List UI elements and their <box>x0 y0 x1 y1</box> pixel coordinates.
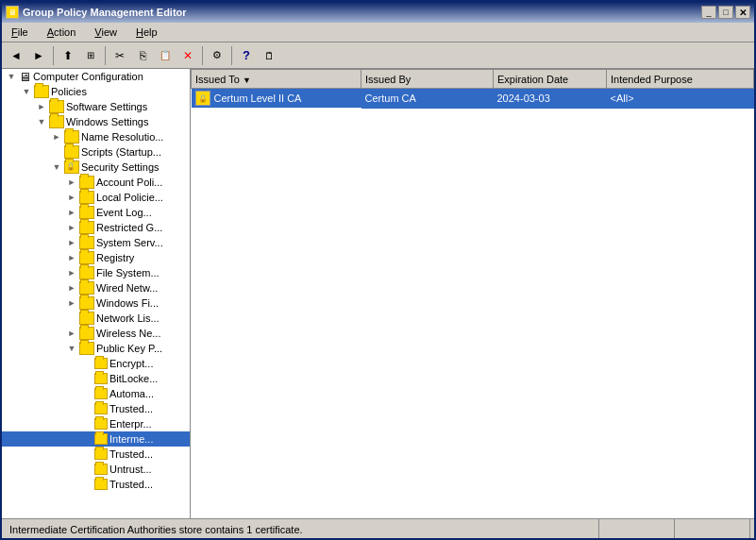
tree-item-untrust[interactable]: Untrust... <box>2 462 190 477</box>
folder-icon-public-key <box>79 342 94 355</box>
tree-item-computer-config[interactable]: ▼ 🖥 Computer Configuration <box>2 69 190 84</box>
expander-file-system[interactable]: ► <box>64 265 79 280</box>
table-row[interactable]: 🔒 Certum Level II CA Certum CA 2024-03-0… <box>192 89 754 110</box>
show-button[interactable]: ⊞ <box>80 45 101 66</box>
menu-action[interactable]: Action <box>42 25 82 40</box>
col-issued-to[interactable]: Issued To <box>192 70 361 89</box>
up-button[interactable]: ⬆ <box>58 45 78 66</box>
tree-item-bitlocker[interactable]: BitLocke... <box>2 371 190 386</box>
expander-local-policies[interactable]: ► <box>64 190 79 205</box>
tree-item-local-policies[interactable]: ► Local Policie... <box>2 190 190 205</box>
minimize-button[interactable]: _ <box>701 6 716 19</box>
menu-view[interactable]: View <box>89 25 123 40</box>
tree-item-software-settings[interactable]: ► Software Settings <box>2 99 190 114</box>
tree-item-windows-settings[interactable]: ▼ Windows Settings <box>2 114 190 129</box>
delete-button[interactable]: ✕ <box>177 45 198 66</box>
title-bar: 🖥 Group Policy Management Editor _ □ ✕ <box>2 2 754 23</box>
tree-item-event-log[interactable]: ► Event Log... <box>2 205 190 220</box>
expander-security-settings[interactable]: ▼ <box>49 160 64 175</box>
title-bar-left: 🖥 Group Policy Management Editor <box>6 6 187 19</box>
folder-icon-security-settings: 🔒 <box>64 160 79 174</box>
tree-item-wired-network[interactable]: ► Wired Netw... <box>2 280 190 295</box>
folder-icon-trusted1 <box>94 403 108 414</box>
tree-item-security-settings[interactable]: ▼ 🔒 Security Settings <box>2 160 190 175</box>
expander-event-log[interactable]: ► <box>64 205 79 220</box>
expander-public-key[interactable]: ▼ <box>64 341 79 356</box>
label-policies: Policies <box>51 86 87 97</box>
tree-item-trusted3[interactable]: Trusted... <box>2 477 190 492</box>
label-event-log: Event Log... <box>96 207 152 218</box>
folder-icon-account-policies <box>79 176 94 189</box>
expander-software-settings[interactable]: ► <box>34 99 49 114</box>
toolbar-sep-4 <box>231 46 232 65</box>
main-content: ▼ 🖥 Computer Configuration ▼ Policies ► … <box>2 69 754 518</box>
expander-policies[interactable]: ▼ <box>19 84 34 99</box>
label-local-policies: Local Policie... <box>96 192 163 203</box>
tree-item-trusted1[interactable]: Trusted... <box>2 401 190 416</box>
label-system-services: System Serv... <box>96 237 163 248</box>
label-bitlocker: BitLocke... <box>109 373 158 384</box>
label-interme: Interme... <box>109 433 153 445</box>
tree-item-name-resolution[interactable]: ► Name Resolutio... <box>2 129 190 144</box>
close-button[interactable]: ✕ <box>735 6 750 19</box>
tree-item-encrypting[interactable]: Encrypt... <box>2 356 190 371</box>
tree-item-trusted2[interactable]: Trusted... <box>2 447 190 462</box>
status-text: Intermediate Certification Authorities s… <box>9 524 303 535</box>
tree-item-network-list[interactable]: Network Lis... <box>2 311 190 326</box>
expander-restricted-groups[interactable]: ► <box>64 220 79 235</box>
expander-wireless-network[interactable]: ► <box>64 326 79 341</box>
status-bar: Intermediate Certification Authorities s… <box>2 518 754 539</box>
folder-icon-network-list <box>79 312 94 325</box>
tree-item-restricted-groups[interactable]: ► Restricted G... <box>2 220 190 235</box>
col-purpose[interactable]: Intended Purpose <box>607 70 754 89</box>
label-security-settings: Security Settings <box>81 161 160 173</box>
copy-button[interactable]: ⎘ <box>132 45 153 66</box>
cell-purpose: <All> <box>607 89 754 110</box>
expander-system-services[interactable]: ► <box>64 235 79 250</box>
back-button[interactable]: ◄ <box>6 45 26 66</box>
tree-item-system-services[interactable]: ► System Serv... <box>2 235 190 250</box>
tree-item-account-policies[interactable]: ► Account Poli... <box>2 175 190 190</box>
properties-button[interactable]: ⚙ <box>207 45 227 66</box>
folder-icon-registry <box>79 251 94 264</box>
expander-wired-network[interactable]: ► <box>64 280 79 295</box>
main-window: 🖥 Group Policy Management Editor _ □ ✕ F… <box>0 0 756 540</box>
maximize-button[interactable]: □ <box>718 6 733 19</box>
expander-account-policies[interactable]: ► <box>64 175 79 190</box>
label-windows-firewall: Windows Fi... <box>96 297 159 309</box>
tree-item-enterpr[interactable]: Enterpr... <box>2 416 190 431</box>
folder-icon-event-log <box>79 206 94 219</box>
tree-panel[interactable]: ▼ 🖥 Computer Configuration ▼ Policies ► … <box>2 69 191 518</box>
label-windows-settings: Windows Settings <box>66 116 148 127</box>
cut-button[interactable]: ✂ <box>109 45 130 66</box>
status-panel-2 <box>599 519 675 539</box>
label-registry: Registry <box>96 252 134 263</box>
tree-item-registry[interactable]: ► Registry <box>2 250 190 265</box>
forward-button[interactable]: ► <box>28 45 49 66</box>
tree-item-wireless-network[interactable]: ► Wireless Ne... <box>2 326 190 341</box>
label-trusted3: Trusted... <box>109 479 153 490</box>
tree-item-file-system[interactable]: ► File System... <box>2 265 190 280</box>
help-button[interactable]: ? <box>236 45 257 66</box>
paste-button[interactable]: 📋 <box>155 45 176 66</box>
col-expiration[interactable]: Expiration Date <box>494 70 607 89</box>
tree-item-policies[interactable]: ▼ Policies <box>2 84 190 99</box>
toolbar-sep-2 <box>105 46 106 65</box>
expander-name-resolution[interactable]: ► <box>49 129 64 144</box>
folder-icon-automa <box>94 388 108 399</box>
tree-item-scripts[interactable]: Scripts (Startup... <box>2 144 190 160</box>
detail-panel: Issued To Issued By Expiration Date Inte… <box>191 69 754 518</box>
tree-item-windows-firewall[interactable]: ► Windows Fi... <box>2 295 190 311</box>
tree-item-public-key[interactable]: ▼ Public Key P... <box>2 341 190 356</box>
cell-issued-to: 🔒 Certum Level II CA <box>192 89 361 109</box>
expander-windows-firewall[interactable]: ► <box>64 295 79 311</box>
expander-computer-config[interactable]: ▼ <box>4 69 19 84</box>
expander-registry[interactable]: ► <box>64 250 79 265</box>
view-button[interactable]: 🗒 <box>259 45 279 66</box>
expander-windows-settings[interactable]: ▼ <box>34 114 49 129</box>
menu-help[interactable]: Help <box>130 25 163 40</box>
menu-file[interactable]: File <box>6 25 34 40</box>
tree-item-interme[interactable]: Interme... <box>2 431 190 447</box>
col-issued-by[interactable]: Issued By <box>361 70 494 89</box>
tree-item-automa[interactable]: Automa... <box>2 386 190 401</box>
